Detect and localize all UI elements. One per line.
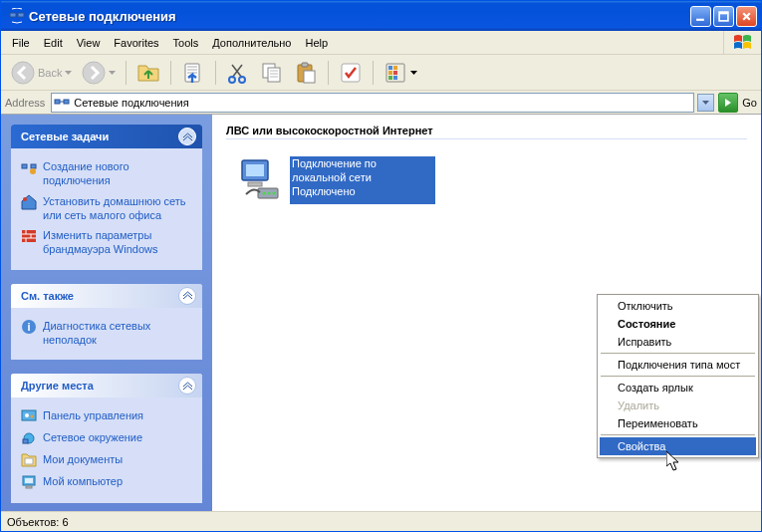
svg-rect-24 bbox=[31, 164, 36, 168]
up-button[interactable] bbox=[132, 58, 164, 88]
svg-point-6 bbox=[229, 77, 235, 83]
cm-status[interactable]: Состояние bbox=[600, 315, 756, 333]
maximize-button[interactable] bbox=[713, 6, 734, 27]
paste-button[interactable] bbox=[290, 58, 322, 88]
close-button[interactable] bbox=[736, 6, 757, 27]
task-home-network[interactable]: Установить домашнюю сеть или сеть малого… bbox=[21, 191, 192, 226]
go-button[interactable] bbox=[718, 93, 738, 113]
folder-up-icon bbox=[136, 61, 160, 85]
views-button[interactable] bbox=[380, 58, 421, 88]
conn-new-icon bbox=[21, 159, 37, 175]
svg-point-32 bbox=[31, 415, 34, 418]
address-value: Сетевые подключения bbox=[74, 97, 188, 109]
svg-rect-27 bbox=[22, 230, 36, 242]
svg-rect-18 bbox=[393, 66, 397, 70]
panel-see-also: См. также i Диагностика сетевых неполадо… bbox=[11, 284, 202, 361]
svg-rect-41 bbox=[248, 182, 262, 186]
svg-point-31 bbox=[25, 413, 29, 417]
address-field[interactable]: Сетевые подключения bbox=[51, 93, 694, 113]
computer-icon bbox=[21, 474, 37, 490]
panel-header-seealso[interactable]: См. также bbox=[11, 284, 202, 308]
svg-rect-11 bbox=[302, 63, 308, 67]
chevron-down-icon bbox=[410, 71, 417, 75]
cm-repair[interactable]: Исправить bbox=[600, 333, 756, 351]
chevron-up-icon bbox=[178, 128, 196, 145]
forward-button[interactable] bbox=[78, 58, 120, 88]
link-network-troubleshooter[interactable]: i Диагностика сетевых неполадок bbox=[21, 316, 192, 351]
titlebar: Сетевые подключения bbox=[1, 1, 761, 31]
svg-rect-40 bbox=[246, 164, 264, 176]
svg-rect-16 bbox=[388, 71, 392, 75]
cut-button[interactable] bbox=[222, 58, 254, 88]
svg-rect-1 bbox=[18, 13, 24, 17]
docs-icon bbox=[21, 452, 37, 468]
undo-button[interactable] bbox=[335, 58, 367, 88]
svg-rect-17 bbox=[388, 76, 392, 80]
search-button[interactable] bbox=[177, 58, 209, 88]
cm-shortcut[interactable]: Создать ярлык bbox=[600, 379, 756, 397]
menubar: File Edit View Favorites Tools Дополните… bbox=[1, 31, 761, 55]
svg-point-4 bbox=[83, 62, 105, 84]
go-label: Go bbox=[742, 97, 757, 109]
views-icon bbox=[383, 61, 407, 85]
cpanel-icon bbox=[21, 408, 37, 424]
panel-other-places: Другие места Панель управления Сетевое о… bbox=[11, 374, 202, 503]
cm-bridge[interactable]: Подключения типа мост bbox=[600, 356, 756, 374]
home-net-icon bbox=[21, 194, 37, 210]
firewall-icon bbox=[21, 228, 37, 244]
link-my-documents[interactable]: Мои документы bbox=[21, 449, 192, 471]
svg-rect-20 bbox=[393, 76, 397, 80]
link-control-panel[interactable]: Панель управления bbox=[21, 405, 192, 427]
scissors-icon bbox=[226, 61, 250, 85]
cm-properties[interactable]: Свойства bbox=[600, 437, 756, 455]
menu-tools[interactable]: Tools bbox=[166, 34, 206, 52]
copy-icon bbox=[260, 61, 284, 85]
cm-delete: Удалить bbox=[600, 397, 756, 414]
network-connections-icon bbox=[54, 95, 70, 111]
context-menu: Отключить Состояние Исправить Подключени… bbox=[597, 294, 759, 458]
svg-rect-19 bbox=[393, 71, 397, 75]
menu-favorites[interactable]: Favorites bbox=[107, 34, 165, 52]
menu-file[interactable]: File bbox=[5, 34, 37, 52]
svg-rect-21 bbox=[55, 100, 60, 104]
panel-network-tasks: Сетевые задачи Создание нового подключен… bbox=[11, 125, 202, 270]
svg-rect-35 bbox=[25, 458, 33, 464]
task-firewall[interactable]: Изменить параметры брандмауэра Windows bbox=[21, 225, 192, 260]
minimize-button[interactable] bbox=[690, 6, 711, 27]
svg-rect-9 bbox=[268, 68, 280, 82]
panel-header-tasks[interactable]: Сетевые задачи bbox=[11, 125, 202, 148]
section-title: ЛВС или высокоскоростной Интернет bbox=[226, 125, 747, 139]
search-icon bbox=[181, 61, 205, 85]
cm-separator bbox=[601, 353, 755, 354]
address-label: Address bbox=[5, 97, 47, 109]
chevron-down-icon bbox=[109, 71, 116, 75]
link-network-places[interactable]: Сетевое окружение bbox=[21, 427, 192, 449]
address-dropdown-button[interactable] bbox=[697, 94, 714, 112]
window-icon bbox=[9, 8, 25, 24]
svg-rect-38 bbox=[26, 486, 32, 488]
menu-help[interactable]: Help bbox=[298, 34, 335, 52]
cm-separator bbox=[601, 376, 755, 377]
svg-point-45 bbox=[273, 192, 276, 195]
svg-rect-34 bbox=[23, 439, 28, 443]
chevron-down-icon bbox=[65, 71, 72, 75]
lan-connection-icon bbox=[236, 156, 284, 204]
copy-button[interactable] bbox=[256, 58, 288, 88]
panel-header-otherplaces[interactable]: Другие места bbox=[11, 374, 202, 398]
link-my-computer[interactable]: Мой компьютер bbox=[21, 471, 192, 493]
address-bar: Address Сетевые подключения Go bbox=[1, 91, 761, 115]
chevron-up-icon bbox=[178, 377, 196, 395]
task-new-connection[interactable]: Создание нового подключения bbox=[21, 156, 192, 191]
cm-rename[interactable]: Переименовать bbox=[600, 414, 756, 432]
menu-view[interactable]: View bbox=[70, 34, 108, 52]
cm-disconnect[interactable]: Отключить bbox=[600, 297, 756, 315]
info-icon: i bbox=[21, 319, 37, 335]
svg-text:i: i bbox=[27, 321, 30, 333]
menu-edit[interactable]: Edit bbox=[37, 34, 70, 52]
menu-extra[interactable]: Дополнительно bbox=[205, 34, 298, 52]
connection-item[interactable]: Подключение по локальной сети Подключено bbox=[236, 156, 435, 204]
status-bar: Объектов: 6 bbox=[1, 511, 761, 531]
svg-point-44 bbox=[268, 192, 271, 195]
back-button[interactable]: Back bbox=[7, 58, 76, 88]
windows-flag-icon bbox=[723, 31, 761, 54]
